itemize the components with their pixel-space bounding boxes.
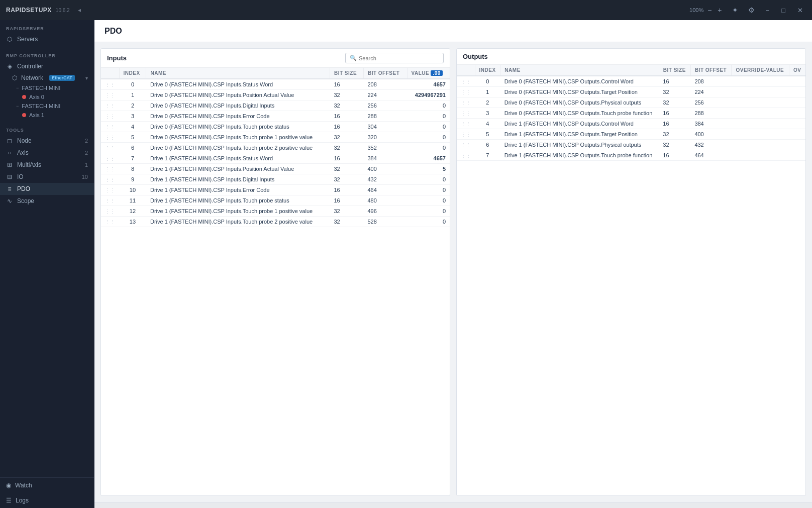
row-name: Drive 1 (FASTECH MINI).CSP Outputs.Contr…: [500, 119, 659, 129]
ethercat-badge: EtherCAT: [49, 75, 75, 81]
row-bitsize: 32: [330, 143, 363, 153]
settings-icon-button[interactable]: ⚙: [746, 5, 757, 15]
row-name: Drive 0 (FASTECH MINI).CSP Outputs.Touch…: [500, 108, 659, 119]
sidebar-item-watch[interactable]: ◉ Watch: [0, 478, 94, 493]
table-row: ⋮⋮ 3 Drive 0 (FASTECH MINI).CSP Outputs.…: [457, 108, 805, 119]
logs-label: Logs: [16, 497, 29, 504]
sidebar-item-fastech-mini-1[interactable]: − FASTECH MINI: [0, 83, 94, 92]
row-bitoffset: 208: [363, 79, 407, 90]
drag-handle[interactable]: ⋮⋮: [101, 217, 119, 227]
bottom-scrollbar[interactable]: [94, 502, 812, 508]
multiaxis-label: MultiAxis: [17, 161, 41, 168]
axis-count: 2: [85, 150, 88, 156]
row-ov: [789, 87, 806, 97]
row-bitoffset: 288: [363, 111, 407, 122]
network-icon: ⬡: [12, 74, 17, 81]
zoom-level: 100%: [689, 7, 703, 13]
sidebar-item-fastech-mini-2[interactable]: − FASTECH MINI: [0, 101, 94, 111]
collapse-sidebar-icon[interactable]: ◂: [78, 7, 81, 14]
sidebar-item-axis1[interactable]: Axis 1: [0, 111, 94, 120]
sidebar-item-pdo[interactable]: ≡ PDO: [0, 183, 94, 195]
inputs-search-input[interactable]: [359, 55, 439, 61]
sidebar-item-controller[interactable]: ◈ Controller: [0, 60, 94, 72]
drag-handle[interactable]: ⋮⋮: [101, 153, 119, 164]
drag-handle[interactable]: ⋮⋮: [101, 79, 119, 90]
row-bitoffset: 384: [363, 153, 407, 164]
pdo-icon: ≡: [6, 185, 13, 192]
node-icon: ◻: [6, 137, 13, 144]
sidebar-item-axis[interactable]: ↔ Axis 2: [0, 147, 94, 159]
row-name: Drive 0 (FASTECH MINI).CSP Outputs.Targe…: [500, 87, 659, 97]
row-index: 3: [119, 111, 146, 122]
fastech1-expand-icon: −: [16, 85, 19, 90]
axis-nav-label: Axis: [17, 149, 29, 156]
row-index: 2: [119, 100, 146, 111]
table-row: ⋮⋮ 6 Drive 0 (FASTECH MINI).CSP Inputs.T…: [101, 143, 450, 153]
sidebar-item-node[interactable]: ◻ Node 2: [0, 135, 94, 147]
row-name: Drive 1 (FASTECH MINI).CSP Outputs.Touch…: [500, 150, 659, 161]
io-label: IO: [17, 173, 24, 180]
drag-handle[interactable]: ⋮⋮: [101, 164, 119, 174]
multiaxis-count: 1: [85, 162, 88, 168]
sidebar-item-axis0[interactable]: Axis 0: [0, 92, 94, 101]
drag-handle[interactable]: ⋮⋮: [101, 185, 119, 195]
brightness-icon-button[interactable]: ✦: [730, 5, 740, 15]
sidebar-item-network[interactable]: ⬡ Network EtherCAT ▾: [0, 72, 94, 83]
maximize-button[interactable]: □: [778, 6, 788, 15]
network-collapse-icon[interactable]: ▾: [85, 75, 88, 81]
drag-handle[interactable]: ⋮⋮: [101, 100, 119, 111]
zoom-in-button[interactable]: +: [716, 5, 724, 15]
sidebar-item-servers[interactable]: ⬡ Servers: [0, 33, 94, 45]
pdo-label: PDO: [17, 185, 30, 192]
drag-handle[interactable]: ⋮⋮: [101, 206, 119, 217]
drag-handle[interactable]: ⋮⋮: [101, 195, 119, 206]
drag-handle[interactable]: ⋮⋮: [101, 122, 119, 132]
app-version: 10.6.2: [56, 8, 70, 13]
drag-handle[interactable]: ⋮⋮: [457, 76, 475, 87]
io-icon: ⊟: [6, 173, 13, 180]
drag-handle[interactable]: ⋮⋮: [101, 132, 119, 143]
drag-handle[interactable]: ⋮⋮: [457, 129, 475, 140]
row-override: [732, 150, 789, 161]
row-bitsize: 32: [659, 140, 690, 150]
table-row: ⋮⋮ 11 Drive 1 (FASTECH MINI).CSP Inputs.…: [101, 195, 450, 206]
row-name: Drive 0 (FASTECH MINI).CSP Inputs.Digita…: [146, 100, 330, 111]
row-bitoffset: 304: [363, 122, 407, 132]
inputs-search-box[interactable]: 🔍: [345, 53, 444, 63]
drag-handle[interactable]: ⋮⋮: [457, 140, 475, 150]
row-index: 7: [475, 150, 500, 161]
minimize-button[interactable]: −: [763, 6, 773, 15]
watch-label: Watch: [15, 482, 32, 489]
sidebar-item-io[interactable]: ⊟ IO 10: [0, 171, 94, 183]
axis-icon: ↔: [6, 149, 13, 156]
titlebar-right: 100% − + ✦ ⚙ − □ ✕: [689, 5, 806, 15]
drag-handle[interactable]: ⋮⋮: [101, 174, 119, 185]
table-row: ⋮⋮ 2 Drive 0 (FASTECH MINI).CSP Outputs.…: [457, 97, 805, 108]
sidebar-item-logs[interactable]: ☰ Logs: [0, 493, 94, 508]
drag-handle[interactable]: ⋮⋮: [101, 111, 119, 122]
sidebar-item-multiaxis[interactable]: ⊞ MultiAxis 1: [0, 159, 94, 171]
rmp-controller-label: RMP CONTROLLER: [0, 51, 94, 60]
drag-handle[interactable]: ⋮⋮: [457, 97, 475, 108]
zoom-out-button[interactable]: −: [705, 5, 714, 15]
outputs-col-bitoffset: BIT OFFSET: [690, 65, 732, 76]
content-header: PDO: [94, 20, 812, 42]
row-index: 1: [475, 87, 500, 97]
row-ov: [789, 150, 806, 161]
row-index: 11: [119, 195, 146, 206]
drag-handle[interactable]: ⋮⋮: [457, 87, 475, 97]
drag-handle[interactable]: ⋮⋮: [457, 119, 475, 129]
row-bitoffset: 400: [363, 164, 407, 174]
outputs-col-ov: OV: [789, 65, 806, 76]
row-value: 4294967291: [407, 90, 450, 100]
inputs-search-icon: 🔍: [350, 55, 357, 61]
drag-handle[interactable]: ⋮⋮: [457, 150, 475, 161]
fastech2-expand-icon: −: [16, 104, 19, 109]
row-bitoffset: 464: [690, 150, 732, 161]
drag-handle[interactable]: ⋮⋮: [457, 108, 475, 119]
drag-handle[interactable]: ⋮⋮: [101, 90, 119, 100]
drag-handle[interactable]: ⋮⋮: [101, 143, 119, 153]
close-button[interactable]: ✕: [794, 6, 806, 15]
sidebar-item-scope[interactable]: ∿ Scope: [0, 195, 94, 207]
inputs-panel: Inputs 🔍 INDEX NAME BIT SIZE: [100, 48, 450, 496]
